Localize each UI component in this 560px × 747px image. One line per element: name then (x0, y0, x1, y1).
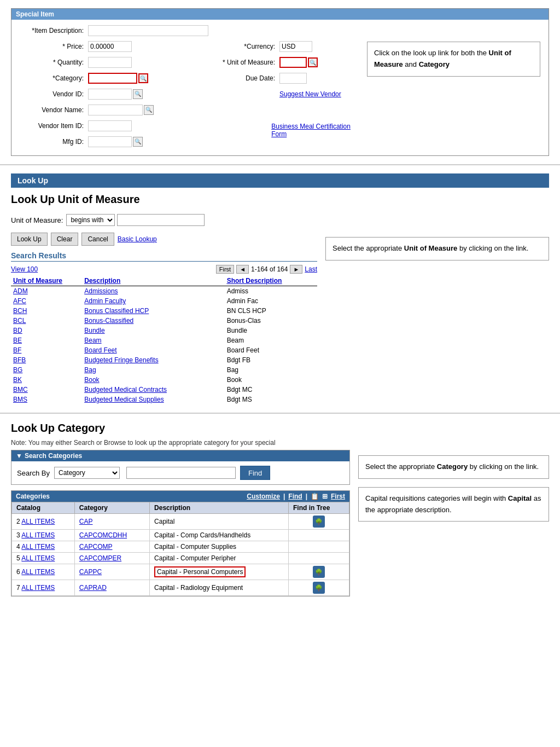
row-num-cell: 7 ALL ITEMS (12, 580, 75, 596)
vendor-item-id-input[interactable] (88, 120, 132, 131)
price-input[interactable]: 0.00000 (88, 41, 132, 52)
mfg-id-lookup-icon[interactable]: 🔍 (133, 137, 143, 147)
uom-cell[interactable]: BMC (11, 385, 82, 395)
desc-cell[interactable]: Admissions (82, 286, 224, 297)
desc-cell[interactable]: Budgeted Medical Supplies (82, 395, 224, 404)
mfg-id-input[interactable] (88, 136, 132, 147)
table-row: BMC Budgeted Medical Contracts Bdgt MC (11, 385, 317, 395)
expand-icon[interactable]: ▼ (16, 452, 22, 460)
search-by-select[interactable]: Category Description (54, 467, 120, 479)
category-lookup-icon[interactable]: 🔍 (138, 73, 148, 83)
item-description-input[interactable] (88, 25, 208, 36)
last-link[interactable]: Last (305, 265, 317, 273)
col-header-short[interactable]: Short Description (225, 276, 317, 286)
lookup-uom-title: Look Up Unit of Measure (11, 193, 317, 206)
tree-cell (289, 530, 349, 541)
uom-filter-input[interactable] (117, 214, 205, 226)
basic-lookup-link[interactable]: Basic Lookup (118, 235, 157, 243)
prev-button[interactable]: ◄ (236, 265, 249, 274)
find-button[interactable]: Find (240, 466, 270, 480)
category-cell[interactable]: CAPCOMP (74, 541, 149, 553)
first-button[interactable]: First (216, 265, 234, 274)
col-header-desc[interactable]: Description (82, 276, 224, 286)
clear-button[interactable]: Clear (51, 233, 79, 246)
table-row: BCH Bonus Classified HCP BN CLS HCP (11, 306, 317, 316)
uom-cell[interactable]: BD (11, 326, 82, 335)
table-row: BD Bundle Bundle (11, 326, 317, 335)
uom-cell[interactable]: BK (11, 375, 82, 385)
desc-cell[interactable]: Book (82, 375, 224, 385)
uom-lookup-icon[interactable]: 🔍 (308, 57, 318, 67)
lookup-button-row: Look Up Clear Cancel Basic Lookup (11, 233, 317, 246)
uom-input[interactable] (279, 57, 307, 68)
cancel-button[interactable]: Cancel (81, 233, 114, 246)
desc-cell[interactable]: Board Feet (82, 345, 224, 355)
vendor-name-lookup-icon[interactable]: 🔍 (144, 105, 154, 115)
catalog-link[interactable]: ALL ITEMS (21, 531, 55, 539)
catalog-link[interactable]: ALL ITEMS (21, 543, 55, 551)
vendor-id-lookup-icon[interactable]: 🔍 (133, 89, 143, 99)
uom-cell[interactable]: BCH (11, 306, 82, 316)
tree-icon[interactable]: 🌳 (313, 566, 325, 578)
vendor-id-input[interactable] (88, 89, 132, 100)
uom-cell[interactable]: BG (11, 365, 82, 375)
uom-filter-select[interactable]: begins with contains ends with is (66, 214, 115, 226)
categories-table-wrapper: Categories Customize | Find | 📋 ⊞ First (11, 490, 350, 597)
catalog-link[interactable]: ALL ITEMS (21, 518, 55, 525)
desc-cell[interactable]: Beam (82, 335, 224, 345)
catalog-link[interactable]: ALL ITEMS (21, 554, 55, 562)
next-button[interactable]: ► (290, 265, 302, 274)
table-row: ADM Admissions Admiss (11, 286, 317, 297)
table-row: BF Board Feet Board Feet (11, 345, 317, 355)
customize-link[interactable]: Customize (247, 493, 280, 500)
desc-cell[interactable]: Bundle (82, 326, 224, 335)
desc-cell[interactable]: Budgeted Medical Contracts (82, 385, 224, 395)
search-by-input[interactable] (126, 467, 236, 479)
uom-cell[interactable]: BF (11, 345, 82, 355)
category-cell[interactable]: CAPCOMPER (74, 553, 149, 564)
desc-cell[interactable]: Budgeted Fringe Benefits (82, 355, 224, 365)
tree-icon[interactable]: 🌳 (313, 516, 325, 528)
lookup-up-button[interactable]: Look Up (11, 233, 48, 246)
search-results-title: Search Results (11, 251, 317, 262)
short-cell: Beam (225, 335, 317, 345)
vendor-name-input[interactable] (88, 105, 143, 115)
category-cell[interactable]: CAPRAD (74, 580, 149, 596)
category-cell[interactable]: CAP (74, 514, 149, 530)
uom-cell[interactable]: ADM (11, 286, 82, 297)
col-header-uom[interactable]: Unit of Measure (11, 276, 82, 286)
list-item: 5 ALL ITEMS CAPCOMPER Capital - Computer… (12, 553, 349, 564)
catalog-link[interactable]: ALL ITEMS (21, 584, 55, 592)
desc-cell[interactable]: Bonus-Classified (82, 316, 224, 326)
categories-header-row: Categories Customize | Find | 📋 ⊞ First (11, 491, 349, 502)
description-cell: Capital - Personal Computers (150, 564, 289, 580)
category-input[interactable] (88, 73, 137, 84)
uom-cell[interactable]: BE (11, 335, 82, 345)
lookup-category-section: Look Up Category Note: You may either Se… (11, 422, 549, 597)
uom-cell[interactable]: BMS (11, 395, 82, 404)
find-link[interactable]: Find (288, 493, 302, 500)
list-item: 3 ALL ITEMS CAPCOMCDHH Capital - Comp Ca… (12, 530, 349, 541)
currency-label: *Currency: (208, 43, 279, 50)
lookup-filter-row: Unit of Measure: begins with contains en… (11, 214, 317, 226)
due-date-input[interactable] (279, 73, 307, 84)
suggest-vendor-link[interactable]: Suggest New Vendor (279, 90, 341, 98)
list-item: 2 ALL ITEMS CAP Capital 🌳 (12, 514, 349, 530)
tree-icon[interactable]: 🌳 (313, 582, 325, 594)
desc-cell[interactable]: Bonus Classified HCP (82, 306, 224, 316)
quantity-input[interactable] (88, 57, 132, 68)
first-link[interactable]: First (331, 493, 345, 500)
category-cell[interactable]: CAPCOMCDHH (74, 530, 149, 541)
short-cell: Bag (225, 365, 317, 375)
view-100-link[interactable]: View 100 (11, 265, 38, 273)
desc-cell[interactable]: Bag (82, 365, 224, 375)
uom-cell[interactable]: BCL (11, 316, 82, 326)
uom-cell[interactable]: BFB (11, 355, 82, 365)
currency-input[interactable] (279, 41, 312, 52)
desc-cell[interactable]: Admin Faculty (82, 296, 224, 306)
uom-cell[interactable]: AFC (11, 296, 82, 306)
category-cell[interactable]: CAPPC (74, 564, 149, 580)
business-meal-link[interactable]: Business Meal Certification Form (271, 123, 356, 138)
catalog-link[interactable]: ALL ITEMS (21, 568, 55, 576)
vendor-id-row: Vendor ID: 🔍 (17, 88, 203, 101)
